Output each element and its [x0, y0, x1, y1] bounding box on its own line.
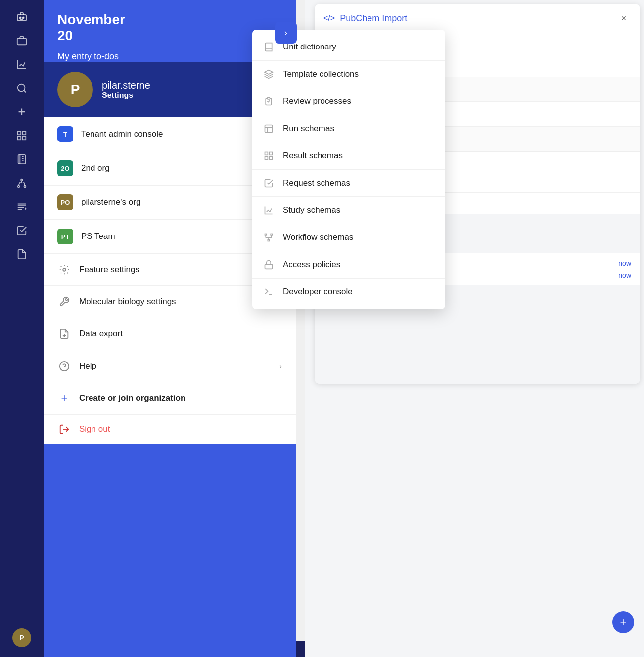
svg-rect-19	[265, 125, 273, 133]
clipboard-check-icon	[262, 95, 275, 108]
svg-point-12	[24, 186, 26, 188]
svg-marker-17	[265, 70, 273, 74]
settings-item-data-export[interactable]: Data export	[44, 318, 296, 350]
settings-item-create-org[interactable]: + Create or join organization	[44, 382, 296, 415]
svg-rect-5	[18, 132, 21, 135]
help-label: Help	[79, 361, 272, 371]
sign-out-icon	[57, 422, 71, 436]
svg-rect-6	[23, 132, 26, 135]
feature-settings-label: Feature settings	[79, 265, 272, 275]
developer-console-label: Developer console	[283, 287, 353, 297]
help-icon	[57, 359, 71, 373]
sequence-icon[interactable]	[11, 196, 33, 218]
dropdown-menu: Unit dictionary Template collections Rev…	[252, 30, 445, 309]
unit-dictionary-label: Unit dictionary	[283, 42, 336, 52]
tasks-icon[interactable]	[11, 220, 33, 241]
request-schemas-label: Request schemas	[283, 178, 350, 188]
svg-point-11	[18, 186, 20, 188]
layers-icon	[262, 68, 275, 81]
user-info: pilar.sterne Settings	[102, 80, 150, 100]
timestamp-2: now	[618, 271, 631, 279]
pubchem-title-text: PubChem Import	[340, 13, 407, 24]
day-label: 20	[57, 28, 282, 44]
tenant-icon: T	[57, 126, 73, 142]
pubchem-header: </> PubChem Import ×	[315, 4, 640, 33]
workflow-icon	[262, 231, 275, 244]
svg-rect-27	[265, 264, 273, 269]
expand-button[interactable]: ›	[275, 22, 297, 44]
svg-rect-21	[270, 152, 273, 155]
dropdown-item-access-policies[interactable]: Access policies	[252, 251, 445, 279]
dropdown-item-request-schemas[interactable]: Request schemas	[252, 170, 445, 197]
wrench-icon	[57, 295, 71, 309]
svg-rect-18	[268, 98, 270, 99]
dropdown-item-workflow-schemas[interactable]: Workflow schemas	[252, 224, 445, 251]
review-processes-label: Review processes	[283, 96, 351, 106]
apps-grid-icon[interactable]	[11, 125, 33, 146]
sign-out-item[interactable]: Sign out	[44, 415, 296, 444]
svg-point-10	[21, 179, 23, 181]
create-icon[interactable]	[11, 101, 33, 123]
search-icon[interactable]	[11, 77, 33, 99]
dropdown-item-review-processes[interactable]: Review processes	[252, 88, 445, 115]
nav-bar: P	[0, 0, 44, 657]
svg-point-13	[63, 268, 66, 271]
study-schemas-label: Study schemas	[283, 205, 340, 215]
svg-rect-22	[270, 157, 273, 160]
settings-label: Settings	[102, 91, 150, 100]
analytics-icon[interactable]	[11, 53, 33, 75]
check-square-icon	[262, 177, 275, 189]
dropdown-item-run-schemas[interactable]: Run schemas	[252, 115, 445, 142]
grid-schema-icon	[262, 149, 275, 162]
run-schemas-label: Run schemas	[283, 124, 334, 134]
svg-rect-24	[265, 234, 267, 235]
help-chevron: ›	[279, 362, 282, 370]
svg-point-4	[18, 84, 25, 92]
svg-point-1	[20, 17, 21, 19]
dropdown-item-template-collections[interactable]: Template collections	[252, 61, 445, 88]
user-avatar: P	[57, 72, 93, 107]
code-icon: </>	[323, 14, 335, 23]
svg-rect-26	[268, 239, 269, 241]
lock-icon	[262, 258, 275, 271]
ps-team-icon: PT	[57, 229, 73, 244]
month-label: November	[57, 12, 282, 28]
book-icon	[262, 41, 275, 53]
result-schemas-label: Result schemas	[283, 151, 343, 161]
notebook-nav-icon[interactable]	[11, 148, 33, 170]
dropdown-item-study-schemas[interactable]: Study schemas	[252, 197, 445, 224]
svg-point-2	[23, 17, 24, 19]
username: pilar.sterne	[102, 80, 150, 91]
2nd-org-icon: 2O	[57, 160, 73, 176]
pubchem-title: </> PubChem Import	[323, 13, 407, 24]
nav-user-avatar[interactable]: P	[12, 628, 31, 647]
gear-icon	[57, 263, 71, 277]
sign-out-label: Sign out	[79, 424, 110, 434]
svg-rect-7	[18, 137, 21, 140]
workflow-schemas-label: Workflow schemas	[283, 233, 353, 242]
table-icon	[262, 122, 275, 135]
molecular-biology-label: Molecular biology settings	[79, 297, 272, 307]
study-chart-icon	[262, 204, 275, 217]
files-icon[interactable]	[11, 243, 33, 265]
export-icon	[57, 327, 71, 341]
terminal-icon	[262, 285, 275, 298]
svg-rect-3	[17, 38, 26, 45]
briefcase-icon[interactable]	[11, 30, 33, 51]
pubchem-close-button[interactable]: ×	[616, 11, 631, 26]
pilarsterne-org-icon: PO	[57, 194, 73, 210]
settings-item-help[interactable]: Help ›	[44, 350, 296, 382]
svg-rect-23	[265, 157, 268, 160]
svg-rect-20	[265, 152, 268, 155]
dropdown-item-result-schemas[interactable]: Result schemas	[252, 142, 445, 170]
org-tree-icon[interactable]	[11, 172, 33, 194]
add-entry-button[interactable]: +	[612, 611, 634, 633]
dropdown-item-developer-console[interactable]: Developer console	[252, 279, 445, 305]
create-org-label: Create or join organization	[79, 393, 282, 403]
access-policies-label: Access policies	[283, 260, 340, 270]
timestamp-1: now	[618, 259, 631, 267]
robot-icon[interactable]	[11, 6, 33, 28]
svg-rect-25	[271, 234, 272, 235]
svg-rect-8	[23, 137, 26, 140]
data-export-label: Data export	[79, 329, 282, 339]
